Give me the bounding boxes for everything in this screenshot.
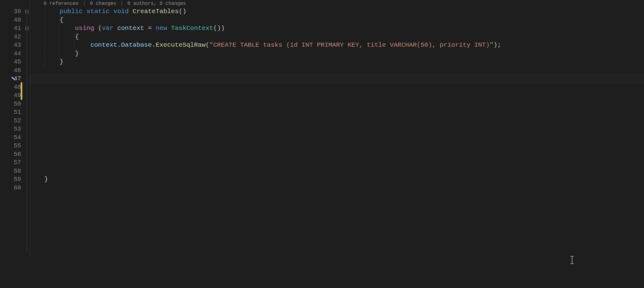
code-line[interactable]: using (var context = new TaskContext()) [29,24,644,33]
line-number[interactable]: 48 [0,83,21,92]
code-line[interactable] [29,133,644,142]
line-number[interactable]: 52 [0,117,21,125]
code-line[interactable] [29,100,644,108]
code-line[interactable]: } [29,175,644,184]
codelens-separator: | [120,1,123,6]
code-line[interactable] [29,108,644,117]
code-line[interactable]: } [29,49,644,58]
editor-gutter: 39 40 41 42 43 44 45 46 47 48 49 50 51 [0,0,29,288]
codelens-separator: | [83,1,86,6]
line-number[interactable]: 55 [0,142,21,150]
code-line[interactable] [29,125,644,133]
line-number[interactable]: 43 [0,41,21,49]
line-number[interactable]: 60 [0,184,21,192]
code-line[interactable] [29,83,644,92]
line-number[interactable]: 44 [0,49,21,58]
line-number[interactable]: 54 [0,133,21,142]
code-line[interactable] [29,66,644,75]
code-line[interactable] [29,158,644,167]
line-number[interactable]: 58 [0,167,21,175]
line-number[interactable]: 40 [0,16,21,24]
line-number[interactable]: 59 [0,175,21,184]
code-line[interactable] [29,91,644,100]
line-number[interactable]: 53 [0,125,21,133]
svg-rect-1 [13,79,15,81]
svg-rect-0 [11,77,14,79]
code-line[interactable] [29,150,644,159]
code-line-active[interactable] [29,74,644,83]
fold-guide-line [27,12,27,253]
line-number[interactable]: 46 [0,66,21,75]
code-line[interactable] [29,184,644,192]
line-number[interactable]: 49 [0,91,21,100]
codelens-authors[interactable]: 0 authors, 0 changes [127,1,186,6]
code-line[interactable] [29,167,644,175]
code-line[interactable]: { [29,33,644,41]
code-editor[interactable]: 39 40 41 42 43 44 45 46 47 48 49 50 51 [0,0,644,288]
line-number[interactable]: 39 [0,7,21,16]
line-number[interactable]: 51 [0,108,21,117]
line-number[interactable]: 57 [0,158,21,167]
line-number[interactable]: 56 [0,150,21,159]
code-line[interactable] [29,142,644,150]
code-line[interactable]: public static void CreateTables() [29,7,644,16]
code-content-area[interactable]: 0 references | 0 changes | 0 authors, 0 … [29,0,644,288]
codelens-changes[interactable]: 0 changes [90,1,116,6]
codelens-bar[interactable]: 0 references | 0 changes | 0 authors, 0 … [29,0,644,7]
codelens-references[interactable]: 0 references [44,1,79,6]
code-line[interactable]: } [29,58,644,66]
text-cursor-icon [572,256,572,264]
line-number[interactable]: 50 [0,100,21,108]
line-numbers-column: 39 40 41 42 43 44 45 46 47 48 49 50 51 [0,0,29,192]
line-number[interactable]: 45 [0,58,21,66]
line-number-active[interactable]: 47 [0,74,21,83]
code-line[interactable]: context.Database.ExecuteSqlRaw("CREATE T… [29,41,644,49]
code-line[interactable] [29,117,644,125]
line-number[interactable]: 41 [0,24,21,33]
code-line[interactable]: { [29,16,644,24]
line-number[interactable]: 42 [0,33,21,41]
